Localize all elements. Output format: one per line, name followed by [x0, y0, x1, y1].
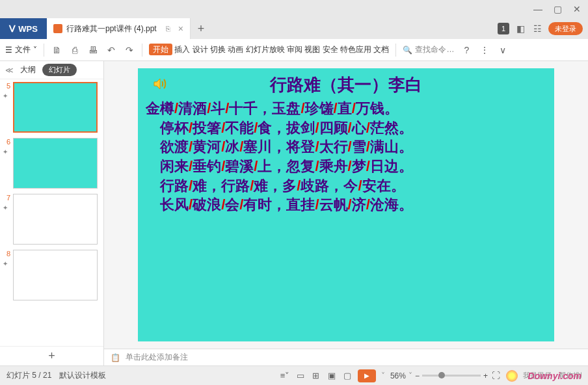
- undo-icon[interactable]: ↶: [105, 45, 117, 55]
- menu-视图[interactable]: 视图: [304, 45, 320, 54]
- thumb-number: 5: [3, 82, 10, 90]
- window-close-button[interactable]: ✕: [571, 4, 583, 14]
- tab-close-icon[interactable]: ×: [178, 23, 183, 34]
- menu-审阅[interactable]: 审阅: [287, 45, 302, 54]
- audio-icon[interactable]: [152, 76, 168, 92]
- menu-动画[interactable]: 动画: [228, 45, 243, 54]
- new-tab-button[interactable]: +: [191, 18, 211, 39]
- help-button[interactable]: ?: [461, 45, 472, 55]
- thumb-number: 7: [3, 194, 10, 202]
- slides-tab[interactable]: 幻灯片: [42, 64, 77, 76]
- login-button[interactable]: 未登录: [548, 22, 583, 35]
- poem-line: 长风/破浪/会/有时，直挂/云帆/济/沧海。: [146, 195, 546, 215]
- slide-canvas[interactable]: 行路难（其一）李白 金樽/清酒/斗/十千，玉盘/珍馐/直/万钱。 停杯/投箸/不…: [104, 61, 588, 349]
- menu-开始[interactable]: 开始: [149, 44, 172, 55]
- search-placeholder: 查找命令…: [415, 44, 454, 55]
- slide-title: 行路难（其一）李白: [146, 73, 546, 96]
- notes-pane[interactable]: 📋 单击此处添加备注: [104, 349, 588, 365]
- slideshow-view-icon[interactable]: ▢: [342, 371, 353, 380]
- menu-icon[interactable]: ☷: [531, 23, 543, 34]
- redo-icon[interactable]: ↷: [124, 45, 135, 55]
- menu-安全[interactable]: 安全: [323, 45, 338, 54]
- slide-body: 金樽/清酒/斗/十千，玉盘/珍馐/直/万钱。 停杯/投箸/不能/食，拔剑/四顾/…: [146, 99, 546, 215]
- poem-line: 闲来/垂钓/碧溪/上，忽复/乘舟/梦/日边。: [146, 157, 546, 176]
- outline-tab[interactable]: 大纲: [20, 64, 36, 75]
- zoom-out-button[interactable]: −: [415, 371, 420, 380]
- zoom-percent[interactable]: 56%: [390, 371, 406, 380]
- command-search[interactable]: 🔍 查找命令…: [403, 44, 454, 55]
- normal-view-icon[interactable]: ▭: [295, 371, 306, 380]
- template-name: 默认设计模板: [59, 370, 106, 381]
- watermark: Downyi.com: [528, 371, 581, 381]
- slide-counter: 幻灯片 5 / 21: [7, 370, 51, 381]
- collapse-ribbon-button[interactable]: ∨: [497, 45, 509, 55]
- zoom-slider[interactable]: [422, 375, 481, 377]
- poem-line: 金樽/清酒/斗/十千，玉盘/珍馐/直/万钱。: [146, 99, 546, 118]
- print-icon[interactable]: 🖶: [87, 45, 99, 55]
- print-preview-icon[interactable]: ⎙: [69, 45, 81, 55]
- assistant-avatar-icon[interactable]: [506, 370, 518, 382]
- presentation-file-icon: [53, 24, 62, 33]
- file-menu-label: 文件: [15, 44, 31, 55]
- slide-thumbnail[interactable]: [13, 138, 98, 189]
- fit-view-icon[interactable]: ⛶: [490, 371, 501, 380]
- transition-star-icon: ✦: [3, 260, 10, 267]
- slide-thumbnail[interactable]: [13, 82, 98, 133]
- current-slide[interactable]: 行路难（其一）李白 金樽/清酒/斗/十千，玉盘/珍馐/直/万钱。 停杯/投箸/不…: [138, 68, 554, 341]
- sorter-view-icon[interactable]: ⊞: [311, 371, 321, 380]
- transition-star-icon: ✦: [3, 92, 10, 100]
- menu-特色应用[interactable]: 特色应用: [340, 45, 371, 54]
- play-button[interactable]: ▶: [358, 369, 376, 382]
- poem-line: 停杯/投箸/不能/食，拔剑/四顾/心/茫然。: [146, 118, 546, 138]
- notes-toggle-icon[interactable]: ≡˅: [280, 371, 290, 380]
- tab-popout-icon[interactable]: ⎘: [166, 25, 170, 33]
- more-button[interactable]: ⋮: [479, 45, 490, 55]
- sidebar-collapse-button[interactable]: ≪: [5, 66, 14, 75]
- menu-幻灯片放映[interactable]: 幻灯片放映: [246, 45, 285, 54]
- menu-设计[interactable]: 设计: [193, 45, 208, 54]
- slides-sidebar: ≪ 大纲 幻灯片 5✦6✦7✦8✦ +: [0, 61, 104, 365]
- thumb-number: 8: [3, 250, 10, 258]
- wps-label: WPS: [18, 24, 38, 34]
- skin-icon[interactable]: ◧: [514, 23, 526, 34]
- save-icon[interactable]: 🗎: [51, 45, 62, 55]
- slide-thumbnail[interactable]: [13, 194, 98, 245]
- window-minimize-button[interactable]: —: [532, 4, 544, 14]
- zoom-in-button[interactable]: +: [483, 371, 488, 380]
- notes-icon: 📋: [111, 353, 120, 362]
- document-tab[interactable]: 行路难其一ppt课件 (4).ppt ⎘ ×: [47, 18, 191, 39]
- add-slide-button[interactable]: +: [0, 346, 103, 365]
- poem-line: 行路/难，行路/难，多/歧路，今/安在。: [146, 176, 546, 196]
- wps-home-tab[interactable]: ᐯWPS: [0, 18, 47, 39]
- transition-star-icon: ✦: [3, 148, 10, 155]
- hamburger-menu-button[interactable]: ☰ 文件 ˅: [5, 44, 37, 55]
- document-tab-title: 行路难其一ppt课件 (4).ppt: [66, 23, 157, 34]
- menu-插入[interactable]: 插入: [174, 45, 190, 54]
- notes-placeholder: 单击此处添加备注: [126, 352, 188, 363]
- thumbnail-list[interactable]: 5✦6✦7✦8✦: [0, 79, 103, 346]
- transition-star-icon: ✦: [3, 204, 10, 211]
- window-maximize-button[interactable]: ▢: [552, 4, 563, 14]
- menu-文档[interactable]: 文档: [373, 45, 389, 54]
- slide-thumbnail[interactable]: [13, 250, 98, 300]
- poem-line: 欲渡/黄河/冰/塞川，将登/太行/雪/满山。: [146, 137, 546, 157]
- thumb-number: 6: [3, 138, 10, 146]
- reading-view-icon[interactable]: ▣: [327, 371, 337, 380]
- menu-切换[interactable]: 切换: [210, 45, 226, 54]
- notification-badge[interactable]: 1: [498, 23, 509, 34]
